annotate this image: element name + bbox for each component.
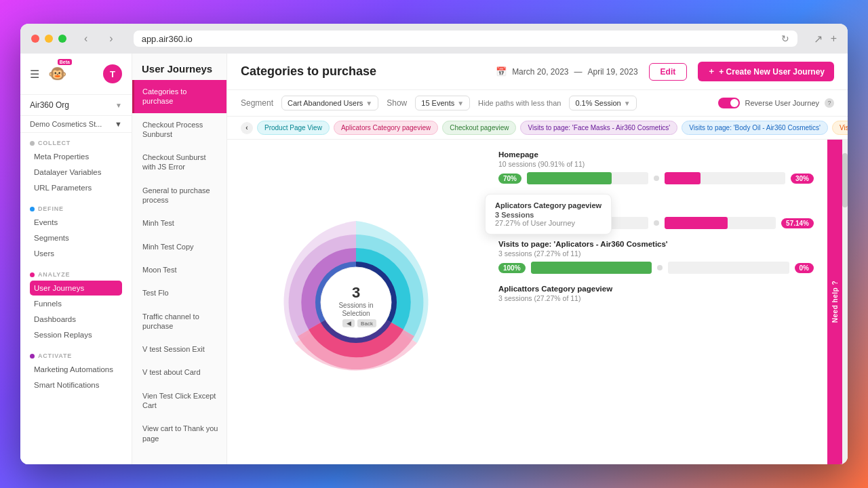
content-panel: Categories to purchase 📅 March 20, 2023 … bbox=[227, 54, 848, 464]
browser-window: ‹ › app.air360.io ↻ ↗ + ☰ 🐵 Beta T bbox=[20, 24, 848, 464]
demo-chevron-icon: ▼ bbox=[115, 120, 122, 128]
sidebar-item-segments[interactable]: Segments bbox=[30, 230, 122, 245]
sunburst-chart[interactable]: 3 Sessions in Selection ◀ Back bbox=[254, 201, 458, 404]
share-icon[interactable]: ↗ bbox=[814, 33, 823, 45]
flow-item-1-bar-fill bbox=[527, 172, 612, 184]
journey-item-checkout-js-error[interactable]: Checkout Sunburst with JS Error bbox=[132, 146, 226, 179]
sidebar-item-users[interactable]: Users bbox=[30, 246, 122, 261]
segment-chevron-icon: ▼ bbox=[366, 100, 372, 107]
journey-item-categories[interactable]: Categories to purchase bbox=[132, 80, 226, 113]
journey-item-minh-copy[interactable]: Minh Test Copy bbox=[132, 235, 226, 258]
bc-tab-1[interactable]: Aplicators Category pageview bbox=[334, 121, 438, 135]
sidebar-item-marketing[interactable]: Marketing Automations bbox=[30, 362, 122, 377]
sidebar-item-url-params[interactable]: URL Parameters bbox=[30, 180, 122, 195]
date-start: March 20, 2023 bbox=[512, 67, 568, 77]
sidebar-header: ☰ 🐵 Beta T bbox=[20, 54, 132, 95]
journey-item-vien-click[interactable]: Vien Test Click Except Cart bbox=[132, 384, 226, 418]
flow-item-1-bar-bg bbox=[527, 172, 648, 184]
user-avatar[interactable]: T bbox=[103, 64, 122, 83]
show-selector[interactable]: 15 Events ▼ bbox=[415, 96, 470, 110]
flow-item-1-bar-row: 70% 30% bbox=[498, 172, 814, 184]
svg-text:Selection: Selection bbox=[342, 310, 370, 317]
sidebar-item-dashboards[interactable]: Dashboards bbox=[30, 312, 122, 327]
segment-selector[interactable]: Cart Abandoned Users ▼ bbox=[281, 96, 378, 110]
activate-section-title: ACTIVATE bbox=[30, 352, 122, 359]
browser-controls: ‹ › app.air360.io ↻ ↗ + bbox=[31, 30, 837, 47]
journey-item-view-cart[interactable]: View cart to Thank you page bbox=[132, 417, 226, 450]
org-chevron-icon: ▼ bbox=[115, 102, 122, 109]
journey-item-v-session-exit[interactable]: V test Session Exit bbox=[132, 338, 226, 361]
sidebar-item-user-journeys[interactable]: User Journeys bbox=[30, 281, 122, 296]
journey-item-checkout-sunburst[interactable]: Checkout Process Sunburst bbox=[132, 113, 226, 146]
reverse-info-icon[interactable]: ? bbox=[825, 98, 834, 108]
scrollbar-thumb[interactable] bbox=[842, 153, 848, 207]
flow-item-1-left-pct: 70% bbox=[498, 174, 521, 184]
show-label: Show bbox=[387, 98, 407, 108]
new-tab-icon[interactable]: + bbox=[831, 33, 837, 45]
activate-dot bbox=[30, 354, 35, 359]
journeys-panel: User Journeys Categories to purchase Che… bbox=[132, 54, 227, 464]
journey-item-general-purchase[interactable]: General to purchase process bbox=[132, 179, 226, 212]
traffic-light-yellow[interactable] bbox=[45, 35, 53, 43]
journeys-panel-title: User Journeys bbox=[132, 54, 226, 80]
flow-item-1-right-pct: 30% bbox=[791, 174, 814, 184]
sidebar-section-analyze: ANALYZE User Journeys Funnels Dashboards… bbox=[20, 264, 132, 346]
org-selector[interactable]: Air360 Org ▼ bbox=[20, 95, 132, 116]
journey-item-test-flo[interactable]: Test Flo bbox=[132, 281, 226, 304]
create-journey-button[interactable]: ＋ + Create New User Journey bbox=[698, 62, 834, 81]
define-section-title: DEFINE bbox=[30, 205, 122, 212]
flow-item-1-bar-fill-right bbox=[665, 172, 701, 184]
flow-item-2-dot bbox=[654, 220, 659, 226]
journey-item-v-card[interactable]: V test about Card bbox=[132, 361, 226, 384]
calendar-icon: 📅 bbox=[496, 66, 507, 77]
back-button[interactable]: ‹ bbox=[80, 31, 92, 46]
chart-area: 3 Sessions in Selection ◀ Back Aplicator… bbox=[227, 140, 848, 464]
bc-tab-4[interactable]: Visits to page: 'Body Oil - Air360 Cosme… bbox=[682, 121, 828, 135]
flow-item-2: Click on 'SHOP' 7 sessions (63.64% of 11… bbox=[498, 195, 814, 229]
sidebar-item-funnels[interactable]: Funnels bbox=[30, 296, 122, 311]
sidebar-item-events[interactable]: Events bbox=[30, 215, 122, 230]
sidebar-item-datalayer[interactable]: Datalayer Variables bbox=[30, 165, 122, 180]
date-end: April 19, 2023 bbox=[588, 67, 638, 77]
flow-item-2-right-pct: 57.14% bbox=[781, 218, 814, 228]
flow-item-3-bar-fill bbox=[531, 262, 652, 274]
flow-item-2-sub: 7 sessions (63.64% of 11) bbox=[498, 205, 814, 213]
flow-item-2-title: Click on 'SHOP' bbox=[498, 195, 814, 203]
flow-item-2-bar-bg-right bbox=[665, 217, 776, 229]
segment-label: Segment bbox=[241, 98, 273, 108]
journey-item-minh-test[interactable]: Minh Test bbox=[132, 211, 226, 235]
svg-text:Back: Back bbox=[361, 321, 374, 327]
hide-paths-chevron-icon: ▼ bbox=[624, 100, 631, 107]
flow-item-2-bar-bg bbox=[536, 217, 648, 229]
demo-selector[interactable]: Demo Cosmetics St... ▼ bbox=[20, 116, 132, 133]
define-dot bbox=[30, 207, 35, 211]
reverse-toggle-switch[interactable] bbox=[718, 98, 740, 108]
sidebar-item-notifications[interactable]: Smart Notifications bbox=[30, 378, 122, 392]
reload-icon[interactable]: ↻ bbox=[781, 33, 789, 44]
bc-tab-0[interactable]: Product Page View bbox=[257, 121, 330, 135]
edit-button[interactable]: Edit bbox=[649, 63, 688, 81]
forward-button[interactable]: › bbox=[105, 31, 117, 46]
org-name: Air360 Org bbox=[30, 100, 69, 110]
sidebar-item-session-replays[interactable]: Session Replays bbox=[30, 327, 122, 342]
address-bar[interactable]: app.air360.io ↻ bbox=[134, 30, 797, 47]
traffic-light-red[interactable] bbox=[31, 35, 39, 43]
bc-tab-3[interactable]: Visits to page: 'Face Masks - Air360 Cos… bbox=[520, 121, 677, 135]
sidebar-item-meta-properties[interactable]: Meta Properties bbox=[30, 149, 122, 164]
journey-item-traffic[interactable]: Traffic channel to purchase bbox=[132, 305, 226, 338]
bc-tab-5[interactable]: Visits to page: 'Aplicators - Air360 Cos… bbox=[832, 121, 848, 135]
need-help-panel[interactable]: Need help ? bbox=[827, 140, 842, 464]
flow-item-3-left-pct: 100% bbox=[498, 263, 526, 273]
scrollbar-track[interactable] bbox=[842, 140, 848, 464]
beta-badge: Beta bbox=[58, 59, 72, 65]
journey-item-moon-test[interactable]: Moon Test bbox=[132, 258, 226, 281]
create-label: + Create New User Journey bbox=[719, 67, 825, 77]
hide-paths-selector[interactable]: 0.1% Session ▼ bbox=[569, 96, 636, 110]
traffic-light-green[interactable] bbox=[58, 35, 66, 43]
hide-paths-label: Hide paths with less than bbox=[478, 99, 561, 107]
browser-actions: ↗ + bbox=[814, 33, 837, 45]
date-range: 📅 March 20, 2023 — April 19, 2023 bbox=[496, 66, 637, 77]
hamburger-icon[interactable]: ☰ bbox=[30, 68, 39, 81]
bc-scroll-left[interactable]: ‹ bbox=[241, 122, 253, 134]
bc-tab-2[interactable]: Checkout pageview bbox=[442, 121, 516, 135]
